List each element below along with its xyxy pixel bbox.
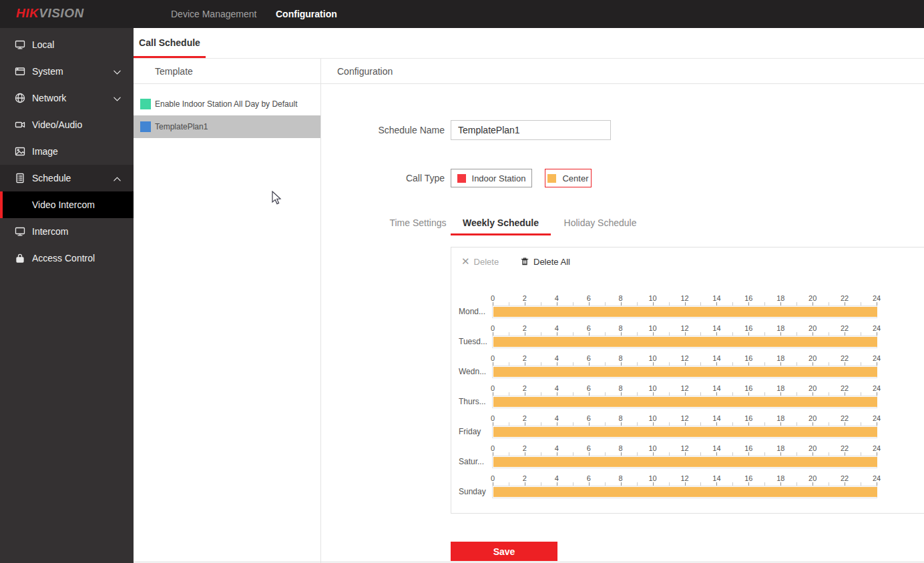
template-item-default[interactable]: Enable Indoor Station All Day by Default	[134, 93, 320, 115]
delete-button[interactable]: ✕ Delete	[461, 255, 499, 268]
tab-weekly-schedule[interactable]: Weekly Schedule	[451, 213, 551, 235]
tab-label: Time Settings	[389, 217, 446, 228]
schedule-time-bar[interactable]	[493, 457, 877, 467]
nav-device-management[interactable]: Device Management	[171, 0, 256, 28]
hour-tick-label: 22	[841, 444, 849, 452]
tab-label: Weekly Schedule	[463, 217, 539, 228]
hour-tick-label: 8	[619, 414, 623, 422]
sidebar-item-image[interactable]: Image	[0, 138, 134, 165]
lock-icon	[15, 253, 25, 263]
schedule-time-bar[interactable]	[493, 487, 877, 497]
template-item-label: TemplatePlan1	[155, 115, 208, 138]
center-color-swatch	[547, 174, 556, 183]
schedule-time-bar[interactable]	[493, 397, 877, 407]
hikvision-logo: HIKVISION	[16, 6, 84, 21]
schedule-timeline-track[interactable]	[492, 366, 877, 378]
call-type-indoor-station-button[interactable]: Indoor Station	[451, 169, 532, 187]
delete-all-button[interactable]: Delete All	[520, 255, 570, 268]
schedule-name-label: Schedule Name	[321, 120, 445, 140]
sidebar-item-video-audio[interactable]: Video/Audio	[0, 111, 134, 138]
hour-tick-label: 10	[648, 294, 656, 302]
hour-tick-label: 4	[555, 474, 559, 482]
schedule-day-row: Wedn...024681012141618202224	[451, 355, 924, 382]
active-tab-underline	[451, 233, 551, 235]
monitor-icon	[15, 39, 25, 50]
hour-tick-label: 6	[587, 444, 591, 452]
schedule-time-bar[interactable]	[493, 337, 877, 347]
call-type-center-button[interactable]: Center	[545, 169, 592, 187]
schedule-time-bar[interactable]	[493, 427, 877, 437]
tab-holiday-schedule[interactable]: Holiday Schedule	[550, 213, 650, 235]
hour-tick-label: 12	[680, 384, 688, 392]
hour-tick-label: 24	[873, 324, 881, 332]
schedule-timeline-track[interactable]	[492, 336, 877, 348]
hour-tick-label: 12	[680, 354, 688, 362]
day-label: Satur...	[459, 456, 491, 468]
tab-label: Holiday Schedule	[564, 217, 637, 228]
schedule-time-bar[interactable]	[493, 307, 877, 317]
sidebar-item-schedule[interactable]: Schedule	[0, 165, 134, 191]
chevron-down-icon[interactable]	[113, 94, 122, 103]
sidebar: Local System Network Video/Audio Image	[0, 28, 134, 563]
hour-tick-label: 24	[873, 444, 881, 452]
hour-tick-label: 14	[712, 414, 720, 422]
top-bar: HIKVISION Device Management Configuratio…	[0, 0, 924, 28]
trash-icon	[520, 257, 529, 266]
hour-tick-label: 16	[744, 474, 752, 482]
schedule-time-bar[interactable]	[493, 367, 877, 377]
hour-tick-label: 20	[808, 414, 817, 422]
hour-tick-label: 22	[841, 294, 849, 302]
sidebar-item-label: Video Intercom	[32, 191, 95, 218]
schedule-timeline-track[interactable]	[492, 426, 877, 438]
tab-call-schedule[interactable]: Call Schedule	[134, 28, 206, 58]
hour-tick-label: 18	[776, 474, 784, 482]
call-type-button-label: Center	[562, 173, 588, 183]
chevron-down-icon[interactable]	[113, 67, 122, 76]
video-camera-icon	[15, 119, 25, 130]
chevron-up-icon[interactable]	[113, 174, 122, 183]
hour-tick-label: 24	[873, 294, 881, 302]
schedule-name-input[interactable]	[451, 120, 611, 140]
sidebar-item-system[interactable]: System	[0, 58, 134, 85]
page-tab-bar: Call Schedule	[134, 28, 924, 59]
tab-call-schedule-label: Call Schedule	[139, 37, 200, 48]
sidebar-item-video-intercom[interactable]: Video Intercom	[0, 191, 134, 218]
hour-tick-label: 10	[648, 384, 656, 392]
sidebar-item-network[interactable]: Network	[0, 85, 134, 111]
hour-tick-label: 20	[808, 294, 817, 302]
hour-tick-label: 16	[744, 384, 752, 392]
hour-tick-label: 6	[587, 324, 591, 332]
schedule-timeline-track[interactable]	[492, 456, 877, 468]
template-item-label: Enable Indoor Station All Day by Default	[155, 93, 297, 115]
sidebar-item-label: Video/Audio	[32, 111, 82, 138]
hour-tick-label: 10	[648, 444, 656, 452]
hour-tick-label: 0	[491, 324, 495, 332]
hour-tick-label: 18	[776, 414, 784, 422]
clipboard-icon	[15, 173, 25, 183]
hour-tick-label: 24	[873, 354, 881, 362]
hour-tick-label: 6	[587, 474, 591, 482]
day-label: Mond...	[459, 306, 491, 318]
schedule-timeline-track[interactable]	[492, 306, 877, 318]
schedule-timeline-track[interactable]	[492, 396, 877, 408]
nav-configuration[interactable]: Configuration	[276, 0, 337, 28]
hour-tick-label: 8	[619, 354, 623, 362]
sidebar-item-label: Network	[32, 85, 66, 111]
hour-tick-label: 2	[523, 324, 527, 332]
hour-tick-label: 16	[744, 354, 752, 362]
day-label: Friday	[459, 426, 491, 438]
save-button[interactable]: Save	[451, 542, 557, 561]
delete-button-label: Delete	[474, 257, 499, 267]
template-item-templateplan1[interactable]: TemplatePlan1	[134, 115, 320, 138]
sidebar-item-access-control[interactable]: Access Control	[0, 245, 134, 271]
sidebar-item-intercom[interactable]: Intercom	[0, 218, 134, 245]
hour-tick-label: 2	[523, 354, 527, 362]
sidebar-item-local[interactable]: Local	[0, 31, 134, 58]
image-icon	[15, 146, 25, 157]
hour-tick-label: 2	[523, 384, 527, 392]
schedule-timeline-track[interactable]	[492, 486, 877, 498]
hour-tick-label: 20	[808, 324, 817, 332]
hour-tick-label: 16	[744, 294, 752, 302]
hour-tick-label: 18	[776, 384, 784, 392]
hour-tick-label: 6	[587, 294, 591, 302]
